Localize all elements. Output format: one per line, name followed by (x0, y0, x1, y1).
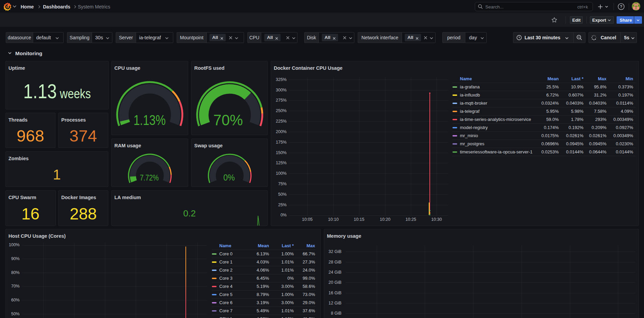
svg-text:?: ? (620, 4, 622, 9)
